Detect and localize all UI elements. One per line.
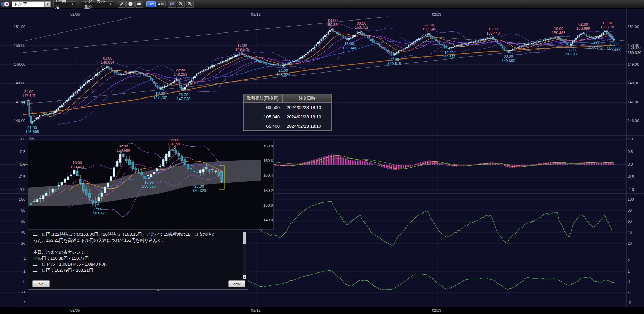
pencil-icon xyxy=(119,2,124,6)
jp-flag-icon xyxy=(4,2,9,7)
news-line: った。163.21円を高値にドル円の失速につれて163円を割り込んだ。 xyxy=(28,238,248,244)
news-line: ユーロドル：1.0814ドル - 1.0840ドル xyxy=(28,262,248,268)
trade-row[interactable]: 65,4002024/02/23 18:10 xyxy=(244,121,331,130)
trade-row[interactable]: 105,8402024/02/23 18:10 xyxy=(244,112,331,121)
news-cloud-button[interactable] xyxy=(135,1,143,8)
old-button[interactable]: old xyxy=(32,280,50,287)
news-line: 本日これまでの参考レンジ xyxy=(28,250,248,256)
timeframe-select-value: 1時間足 xyxy=(55,0,69,10)
trade-row[interactable]: 63,5002024/02/23 18:10 xyxy=(244,103,331,112)
trade-pl-value: 105,840 xyxy=(244,114,283,119)
trade-pl-value: 63,500 xyxy=(244,105,283,110)
news-line: ユーロ円：162.79円 - 163.21円 xyxy=(28,267,248,274)
ask-button[interactable]: Ask xyxy=(156,1,166,7)
trade-datetime: 2024/02/23 18:10 xyxy=(283,123,321,129)
news-line xyxy=(28,244,248,250)
inset-price-tick: 150.0 xyxy=(263,203,273,207)
news-scrollbar[interactable]: ▼ xyxy=(243,231,247,279)
technical-select-value: テクニカル選択 xyxy=(84,0,107,10)
trade-history-popup[interactable]: 取引損益(円換算)注文日時63,5002024/02/23 18:10105,8… xyxy=(243,94,332,131)
trade-table-header: 取引損益(円換算) xyxy=(244,94,283,102)
market-news-panel: ユーロ円は22時時点では163.00円と20時時点（163.15円）と比べて15… xyxy=(28,230,248,290)
timeframe-select[interactable]: 1時間足 ▼ xyxy=(53,1,76,7)
chart-type-button[interactable] xyxy=(168,1,176,8)
zoom-inset-window[interactable]: 10:00150.46317:00150.01202:00150.68910:0… xyxy=(28,141,274,230)
pair-select-value: ドル/円 xyxy=(14,1,28,7)
pair-select-arrow[interactable]: ▼ xyxy=(45,1,51,7)
scrollbar-down-arrow-icon[interactable]: ▼ xyxy=(243,275,246,279)
chevron-down-icon: ▼ xyxy=(109,3,112,6)
inset-price-tick: 150.6 xyxy=(263,159,273,163)
inset-chart-canvas[interactable] xyxy=(28,141,274,230)
zoom-in-button[interactable] xyxy=(186,1,194,8)
inset-price-tick: 150.8 xyxy=(263,144,273,148)
toolbar: ドル/円 ▼ 1時間足 ▼ テクニカル選択 ▼ i Bid Ask xyxy=(0,0,644,9)
currency-pair-flags-icon xyxy=(1,1,11,7)
info-button[interactable]: i xyxy=(126,1,135,8)
zoom-out-icon xyxy=(178,2,183,6)
info-icon: i xyxy=(128,2,133,6)
trade-table-header: 注文日時 xyxy=(283,94,331,102)
news-text: ユーロ円は22時時点では163.00円と20時時点（163.15円）と比べて15… xyxy=(28,230,248,274)
scrollbar-thumb[interactable] xyxy=(243,232,246,244)
zoom-in-icon xyxy=(187,2,192,6)
trade-datetime: 2024/02/23 18:10 xyxy=(283,114,321,119)
technical-select[interactable]: テクニカル選択 ▼ xyxy=(82,1,114,7)
zoom-out-button[interactable] xyxy=(177,1,185,8)
pair-select[interactable]: ドル/円 xyxy=(12,1,45,7)
inset-price-tick: 150.4 xyxy=(263,173,273,178)
inset-price-tick: 150.2 xyxy=(263,188,273,193)
chevron-down-icon: ▼ xyxy=(71,3,74,6)
fx-chart-app: { "toolbar": { "pair_label": "ドル/円", "ti… xyxy=(0,0,644,314)
news-line: ユーロ円は22時時点では163.00円と20時時点（163.15円）と比べて15… xyxy=(28,232,248,238)
inset-price-tick: 149.8 xyxy=(263,218,273,222)
draw-pencil-button[interactable] xyxy=(118,1,126,8)
bid-button[interactable]: Bid xyxy=(146,1,156,7)
news-line: ドル円：150.38円 - 150.77円 xyxy=(28,256,248,262)
trade-datetime: 2024/02/23 18:10 xyxy=(283,105,321,110)
candlestick-icon xyxy=(169,2,174,6)
cloud-icon xyxy=(137,2,142,6)
new-button[interactable]: new xyxy=(228,280,245,287)
trade-pl-value: 65,400 xyxy=(244,123,283,129)
